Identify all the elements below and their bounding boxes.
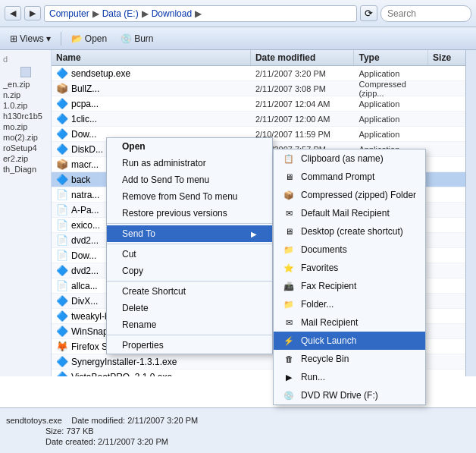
file-icon: 🔷: [56, 356, 68, 367]
file-size: [428, 87, 465, 90]
submenu-item[interactable]: 🖥 Desktop (create shortcut): [274, 222, 425, 241]
left-nav: d _en.zipn.zip1.0.ziph130rc1b5mo.zipmo(2…: [0, 50, 52, 376]
submenu-icon: ⚡: [283, 335, 295, 347]
burn-icon: 💿: [121, 33, 132, 44]
file-date: 2/11/2007 12:00 AM: [251, 113, 355, 125]
ctx-run-admin[interactable]: Run as administrator: [107, 155, 272, 171]
submenu-item[interactable]: 📁 Documents: [274, 241, 425, 259]
burn-button[interactable]: 💿 Burn: [117, 32, 157, 46]
ctx-sep-2: [107, 244, 272, 244]
ctx-restore-versions[interactable]: Restore previous versions: [107, 205, 272, 222]
breadcrumb-drive[interactable]: Data (E:): [102, 8, 139, 19]
file-icon: 🔷: [56, 143, 68, 155]
col-header-name[interactable]: Name: [52, 50, 251, 65]
file-size: [428, 330, 465, 333]
submenu-icon: 📁: [283, 244, 295, 256]
file-name-text: Dow...: [71, 250, 96, 261]
file-type: Compressed (zipp...: [354, 78, 428, 99]
file-size: [428, 163, 465, 166]
ctx-remove-sendto[interactable]: Remove from Send To menu: [107, 188, 272, 205]
submenu-label: Desktop (create shortcut): [301, 226, 403, 237]
table-row[interactable]: 🔷 1clic... 2/11/2007 12:00 AM Applicatio…: [52, 112, 465, 127]
left-nav-item[interactable]: h130rc1b5: [0, 111, 51, 121]
file-size: [428, 178, 465, 181]
file-name-text: allca...: [71, 281, 98, 291]
left-nav-item[interactable]: roSetup4: [0, 143, 51, 153]
submenu-item[interactable]: ▶ Run...: [274, 368, 425, 386]
breadcrumb-folder[interactable]: Download: [152, 8, 192, 19]
forward-button[interactable]: ▶: [24, 6, 41, 20]
file-icon: 🦊: [56, 341, 68, 352]
ctx-add-sendto[interactable]: Add to Send To menu: [107, 171, 272, 188]
submenu-item[interactable]: 📠 Fax Recipient: [274, 277, 425, 295]
table-row[interactable]: 🔷 pcpa... 2/11/2007 12:04 AM Application: [52, 96, 465, 112]
views-button[interactable]: ⊞ Views ▾: [6, 32, 55, 46]
refresh-button[interactable]: ⟳: [360, 5, 377, 21]
col-header-size[interactable]: Size: [428, 50, 465, 65]
submenu-item[interactable]: 📦 Compressed (zipped) Folder: [274, 186, 425, 204]
file-icon: 📦: [56, 159, 68, 170]
file-icon: 📄: [56, 219, 68, 231]
submenu-item[interactable]: 📋 Clipboard (as name): [274, 149, 425, 168]
submenu-item[interactable]: ✉ Default Mail Recipient: [274, 204, 425, 222]
col-header-date[interactable]: Date modified: [251, 50, 355, 65]
left-nav-scroll-up[interactable]: [20, 67, 31, 77]
ctx-properties[interactable]: Properties: [107, 337, 272, 354]
submenu-item[interactable]: 📁 Folder...: [274, 295, 425, 313]
file-icon: 📄: [56, 189, 68, 200]
file-icon: 📄: [56, 234, 68, 246]
search-input[interactable]: [380, 5, 471, 22]
ctx-delete[interactable]: Delete: [107, 300, 272, 316]
folder-open-icon: 📂: [71, 33, 83, 44]
left-nav-items: _en.zipn.zip1.0.ziph130rc1b5mo.zipmo(2).…: [0, 79, 51, 175]
scrollbar[interactable]: [465, 50, 476, 376]
submenu-label: Compressed (zipped) Folder: [301, 190, 416, 200]
submenu-icon: 🖥: [283, 171, 295, 183]
left-nav-item[interactable]: mo(2).zip: [0, 132, 51, 143]
file-name-text: macr...: [71, 159, 99, 170]
submenu-icon: 📠: [283, 280, 295, 292]
breadcrumb-computer[interactable]: Computer: [49, 8, 89, 19]
left-nav-item[interactable]: th_Diagn: [0, 164, 51, 175]
file-name-text: SynergyInstaller-1.3.1.exe: [71, 357, 177, 367]
submenu-label: DVD RW Drive (F:): [301, 390, 378, 401]
file-date: 2/11/2007 3:20 PM: [251, 68, 355, 80]
send-to-label: Send To: [122, 228, 155, 239]
ctx-copy[interactable]: Copy: [107, 263, 272, 279]
left-nav-item[interactable]: n.zip: [0, 90, 51, 100]
open-label: Open: [85, 33, 107, 44]
ctx-rename[interactable]: Rename: [107, 316, 272, 333]
table-row[interactable]: 📦 BullZ... 2/11/2007 3:08 PM Compressed …: [52, 81, 465, 96]
submenu-item[interactable]: 💿 DVD RW Drive (F:): [274, 386, 425, 404]
submenu-item[interactable]: 🗑 Recycle Bin: [274, 350, 425, 368]
left-nav-item[interactable]: er2.zip: [0, 153, 51, 164]
file-icon: 🔷: [56, 174, 68, 185]
ctx-send-to[interactable]: Send To ▶: [107, 225, 272, 242]
submenu-item[interactable]: 🖥 Command Prompt: [274, 168, 425, 186]
file-name-text: BullZ...: [71, 83, 99, 94]
send-to-arrow: ▶: [251, 230, 257, 238]
open-button[interactable]: 📂 Open: [67, 32, 111, 46]
left-nav-item[interactable]: mo.zip: [0, 121, 51, 132]
ctx-cut[interactable]: Cut: [107, 246, 272, 263]
back-button[interactable]: ◀: [5, 6, 21, 20]
file-size: [428, 72, 465, 75]
submenu-icon: ✉: [283, 207, 295, 219]
submenu-icon: ⭐: [283, 262, 295, 274]
ctx-open[interactable]: Open: [107, 138, 272, 155]
col-header-type[interactable]: Type: [354, 50, 428, 65]
file-name-text: Dow...: [71, 129, 96, 140]
ctx-create-shortcut[interactable]: Create Shortcut: [107, 283, 272, 300]
left-nav-item[interactable]: 1.0.zip: [0, 100, 51, 111]
breadcrumb[interactable]: Computer ▶ Data (E:) ▶ Download ▶: [44, 5, 357, 22]
left-nav-item[interactable]: _en.zip: [0, 79, 51, 90]
submenu-item[interactable]: ⚡ Quick Launch: [274, 332, 425, 350]
file-icon: 🔷: [56, 326, 68, 337]
submenu-item[interactable]: ✉ Mail Recipient: [274, 313, 425, 332]
submenu-label: Clipboard (as name): [301, 153, 384, 164]
file-name-text: back: [71, 175, 90, 185]
submenu-label: Documents: [301, 244, 347, 255]
submenu-item[interactable]: ⭐ Favorites: [274, 259, 425, 277]
grid-icon: ⊞: [10, 33, 17, 44]
ctx-sep-3: [107, 281, 272, 282]
